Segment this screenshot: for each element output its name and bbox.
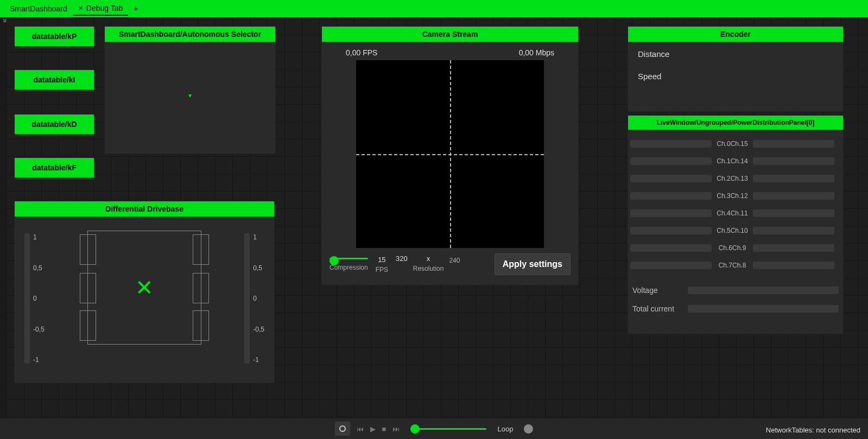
skip-back-icon[interactable]: ⏮: [357, 425, 364, 433]
play-icon[interactable]: ▶: [370, 425, 376, 433]
record-button[interactable]: [335, 422, 350, 436]
pdp-channel-row: Ch.4Ch.11: [630, 205, 841, 222]
res-label: Resolution: [413, 265, 444, 272]
stop-icon[interactable]: ■: [382, 425, 387, 433]
tick: -0,5: [33, 326, 45, 333]
tab-bar: SmartDashboard ✕ Debug Tab +: [0, 0, 868, 17]
total-current-label: Total current: [632, 304, 682, 313]
tick: -0,5: [253, 326, 264, 333]
camera-mbps-readout: 0,00 Mbps: [519, 48, 554, 57]
res-height[interactable]: 240: [449, 257, 460, 264]
channel-bar-right: [753, 209, 834, 217]
tile-camera-stream[interactable]: Camera Stream 0,00 FPS 0,00 Mbps Compres…: [321, 26, 579, 285]
tab-debug[interactable]: ✕ Debug Tab: [73, 2, 128, 16]
channel-bar-left: [630, 227, 712, 234]
tick: 1: [253, 233, 264, 241]
pdp-channel-row: Ch.6Ch.9: [630, 239, 841, 257]
channel-bar-left: [630, 209, 712, 217]
tile-title: SmartDashboard/Autonomous Selector: [105, 27, 275, 42]
tile-title: Encoder: [628, 27, 843, 42]
apply-settings-button[interactable]: Apply settings: [495, 253, 571, 275]
tile-kf[interactable]: datatable/kF: [14, 157, 94, 180]
encoder-distance-label: Distance: [638, 49, 833, 59]
tick: 0,5: [253, 264, 264, 272]
tile-ki[interactable]: datatable/kI: [14, 69, 94, 92]
tab-label: Debug Tab: [86, 4, 123, 12]
tile-encoder[interactable]: Encoder Distance Speed: [628, 26, 844, 112]
pdp-channel-row: Ch.2Ch.13: [630, 170, 841, 187]
encoder-speed-label: Speed: [638, 72, 833, 81]
channel-label: Ch.6Ch.9: [713, 244, 752, 252]
dropdown-caret-icon[interactable]: ▾: [105, 92, 275, 99]
record-icon: [339, 425, 346, 432]
dashboard-canvas: datatable/kP datatable/kI datatable/kD d…: [7, 17, 868, 418]
voltage-bar: [688, 287, 839, 294]
compression-slider[interactable]: [330, 258, 368, 259]
tile-title: Differential Drivebase: [15, 201, 274, 217]
pdp-channel-row: Ch.7Ch.8: [630, 257, 841, 274]
connection-status: NetworkTables: not connected: [766, 426, 860, 434]
channel-bar-right: [753, 140, 834, 148]
channel-bar-right: [753, 227, 834, 234]
tile-kp[interactable]: datatable/kP: [14, 26, 94, 49]
channel-bar-left: [630, 244, 712, 252]
channel-label: Ch.0Ch.15: [713, 140, 752, 148]
tick: 1: [33, 233, 45, 241]
camera-fps-readout: 0,00 FPS: [346, 48, 377, 57]
channel-label: Ch.4Ch.11: [713, 209, 752, 217]
channel-bar-left: [630, 140, 712, 148]
pdp-channel-row: Ch.5Ch.10: [630, 222, 841, 239]
x-mark-icon: ✕: [135, 275, 154, 300]
tab-smartdashboard[interactable]: SmartDashboard: [4, 2, 73, 15]
total-current-bar: [688, 305, 839, 313]
tile-pdp[interactable]: LiveWindow/Ungrouped/PowerDistributionPa…: [628, 115, 844, 334]
channel-label: Ch.5Ch.10: [713, 227, 752, 234]
wheel-icon: [193, 310, 209, 341]
camera-viewport: [356, 60, 544, 248]
tile-autonomous-selector[interactable]: SmartDashboard/Autonomous Selector ▾: [104, 26, 276, 154]
tick: -1: [33, 356, 45, 364]
res-x: x: [413, 255, 444, 263]
fps-label: FPS: [376, 266, 388, 273]
robot-diagram: ✕: [87, 231, 201, 345]
channel-label: Ch.1Ch.14: [713, 157, 752, 165]
wheel-icon: [193, 234, 209, 265]
playback-bar: ⏮ ▶ ■ ⏭ Loop: [0, 418, 868, 439]
skip-forward-icon[interactable]: ⏭: [392, 425, 400, 433]
tick: 0: [253, 295, 264, 302]
tick: 0: [33, 295, 45, 302]
channel-label: Ch.2Ch.13: [713, 175, 752, 182]
loop-end-handle[interactable]: [524, 424, 533, 434]
tile-title: Camera Stream: [322, 27, 578, 42]
channel-bar-right: [753, 244, 834, 252]
channel-bar-left: [630, 262, 712, 269]
pdp-channel-row: Ch.0Ch.15: [630, 135, 841, 152]
voltage-label: Voltage: [632, 286, 682, 295]
pdp-channel-row: Ch.3Ch.12: [630, 187, 841, 205]
channel-bar-right: [753, 175, 834, 182]
tile-differential-drivebase[interactable]: Differential Drivebase 1 0,5 0 -0,5 -1: [14, 201, 275, 383]
add-tab-button[interactable]: +: [128, 2, 143, 15]
close-icon[interactable]: ✕: [78, 5, 83, 12]
channel-bar-right: [753, 192, 834, 200]
channel-bar-right: [753, 262, 834, 269]
tick: 0,5: [33, 264, 45, 272]
tile-kd[interactable]: datatable/kD: [14, 114, 94, 137]
channel-bar-right: [753, 157, 834, 165]
fps-value[interactable]: 15: [376, 256, 388, 264]
wheel-icon: [80, 273, 96, 303]
channel-bar-left: [630, 192, 712, 200]
channel-bar-left: [630, 175, 712, 182]
tick: -1: [253, 356, 264, 364]
channel-label: Ch.3Ch.12: [713, 192, 752, 200]
plus-icon: +: [134, 4, 138, 13]
tab-label: SmartDashboard: [10, 4, 67, 13]
loop-slider[interactable]: [410, 428, 486, 430]
right-axis: 1 0,5 0 -0,5 -1: [244, 220, 264, 377]
loop-label: Loop: [497, 425, 513, 433]
left-axis-track[interactable]: [24, 233, 30, 364]
pdp-channel-row: Ch.1Ch.14: [630, 152, 841, 170]
tile-title: LiveWindow/Ungrouped/PowerDistributionPa…: [628, 116, 843, 130]
right-axis-track[interactable]: [244, 233, 250, 364]
res-width[interactable]: 320: [396, 255, 408, 263]
